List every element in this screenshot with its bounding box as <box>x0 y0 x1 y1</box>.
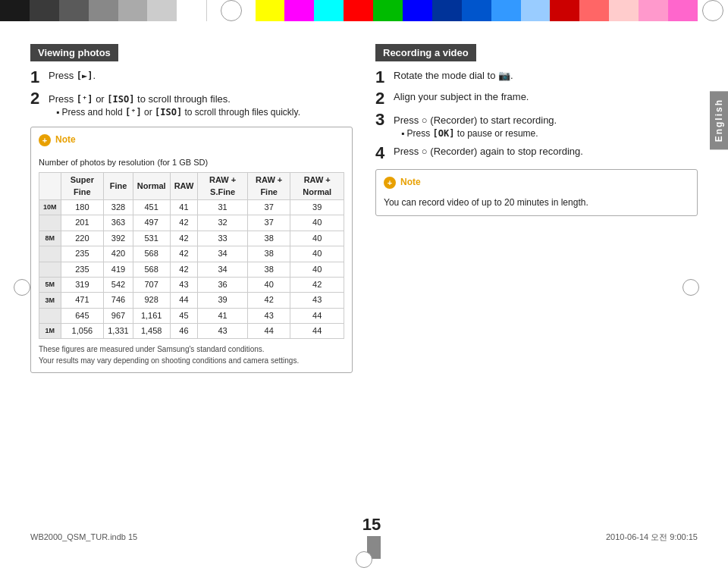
table-data-cell: 1,161 <box>133 308 170 323</box>
swatch-2 <box>30 0 59 21</box>
table-data-cell: 42 <box>170 262 198 277</box>
table-data-cell: 471 <box>61 293 104 308</box>
table-data-cell: 38 <box>247 262 290 277</box>
table-data-cell: 40 <box>290 262 344 277</box>
table-title: Number of photos by resolution (for 1 GB… <box>39 155 344 169</box>
note-icon-left: + <box>39 134 51 146</box>
table-data-cell: 43 <box>170 277 198 292</box>
table-data-cell: 531 <box>133 231 170 246</box>
swatch-4 <box>89 0 118 21</box>
table-data-cell: 34 <box>198 262 248 277</box>
rec-step-4-number: 4 <box>375 145 389 162</box>
table-data-cell: 42 <box>170 231 198 246</box>
step-1: 1 Press [►]. <box>30 69 353 86</box>
main-content: Viewing photos 1 Press [►]. 2 Press [⁺] … <box>0 29 728 388</box>
note-box-right: + Note You can record video of up to 20 … <box>375 169 698 216</box>
rec-step-2: 2 Align your subject in the frame. <box>375 90 698 107</box>
english-tab: English <box>710 91 728 149</box>
table-data-cell: 542 <box>104 277 133 292</box>
col-fine: Fine <box>104 173 133 200</box>
table-data-cell: 38 <box>247 231 290 246</box>
color-bar <box>0 0 728 21</box>
swatch-paleblue <box>521 0 551 21</box>
table-data-cell: 41 <box>170 199 198 215</box>
swatch-pink <box>639 0 668 21</box>
footer-right-text: 2010-06-14 오전 9:00:15 <box>606 532 698 543</box>
rec-step-2-text: Align your subject in the frame. <box>394 89 529 102</box>
swatch-blue <box>403 0 432 21</box>
swatch-magenta <box>284 0 314 21</box>
swatch-darkred <box>550 0 579 21</box>
table-data-cell: 43 <box>247 308 290 323</box>
table-data-cell: 928 <box>133 293 170 308</box>
table-data-cell: 45 <box>170 308 198 323</box>
left-column: Viewing photos 1 Press [►]. 2 Press [⁺] … <box>30 44 353 381</box>
swatch-7 <box>177 0 207 21</box>
table-data-cell: 42 <box>170 215 198 231</box>
page-number: 15 <box>362 515 381 535</box>
table-data-cell: 568 <box>133 246 170 262</box>
swatch-3 <box>59 0 89 21</box>
swatch-6 <box>147 0 177 21</box>
swatch-hotpink <box>668 0 698 21</box>
swatch-green <box>373 0 403 21</box>
table-data-cell: 235 <box>61 262 104 277</box>
table-data-cell: 746 <box>104 293 133 308</box>
table-data-cell: 392 <box>104 231 133 246</box>
table-data-cell: 328 <box>104 199 133 215</box>
step-2-text: Press [⁺] or [ISO] to scroll through fil… <box>49 90 300 106</box>
reg-mark-left <box>14 279 30 296</box>
reg-mark-bottom <box>356 551 372 568</box>
note-title-right: Note <box>400 177 421 187</box>
col-superfine: Super Fine <box>61 173 104 200</box>
table-data-cell: 41 <box>198 308 248 323</box>
table-data-cell: 201 <box>61 215 104 231</box>
note-box-left: + Note Number of photos by resolution (f… <box>30 127 353 373</box>
table-data-cell: 31 <box>198 199 248 215</box>
table-data-cell: 42 <box>247 293 290 308</box>
table-data-cell: 43 <box>198 324 248 339</box>
col-icon <box>39 173 61 200</box>
rec-step-3: 3 Press ○ (Recorder) to start recording.… <box>375 111 698 140</box>
table-data-cell: 33 <box>198 231 248 246</box>
swatch-red <box>344 0 373 21</box>
swatch-ltred <box>579 0 609 21</box>
col-raw-fine: RAW + Fine <box>247 173 290 200</box>
table-icon-cell <box>39 215 61 231</box>
rec-step-3-sub: Press [OK] to pause or resume. <box>401 127 557 140</box>
table-data-cell: 1,056 <box>61 324 104 339</box>
right-column: Recording a video 1 Rotate the mode dial… <box>375 44 698 381</box>
table-data-cell: 40 <box>247 277 290 292</box>
table-icon-cell: 1M <box>39 324 61 339</box>
table-data-cell: 43 <box>290 293 344 308</box>
camera-icon: 📷 <box>498 69 510 83</box>
table-icon-cell <box>39 246 61 262</box>
note-content-left: Number of photos by resolution (for 1 GB… <box>39 155 344 366</box>
col-raw-normal: RAW + Normal <box>290 173 344 200</box>
table-data-cell: 36 <box>198 277 248 292</box>
table-data-cell: 42 <box>290 277 344 292</box>
table-data-cell: 451 <box>133 199 170 215</box>
rec-step-3-text: Press ○ (Recorder) to start recording. <box>394 111 557 127</box>
table-data-cell: 42 <box>170 246 198 262</box>
table-data-cell: 37 <box>247 215 290 231</box>
table-data-cell: 319 <box>61 277 104 292</box>
table-icon-cell: 8M <box>39 231 61 246</box>
step-1-number: 1 <box>30 69 44 86</box>
reg-mark-top-center <box>221 0 242 21</box>
step-2-number: 2 <box>30 90 44 107</box>
table-data-cell: 38 <box>247 246 290 262</box>
table-footnote: These figures are measured under Samsung… <box>39 343 344 366</box>
table-data-cell: 235 <box>61 246 104 262</box>
rec-step-2-number: 2 <box>375 90 389 107</box>
table-data-cell: 1,458 <box>133 324 170 339</box>
swatch-cyan <box>314 0 344 21</box>
table-data-cell: 39 <box>198 293 248 308</box>
swatch-ltblue <box>491 0 521 21</box>
table-data-cell: 44 <box>290 308 344 323</box>
table-data-cell: 37 <box>247 199 290 215</box>
col-raw: RAW <box>170 173 198 200</box>
table-data-cell: 497 <box>133 215 170 231</box>
viewing-photos-header: Viewing photos <box>30 44 118 61</box>
reg-mark-right <box>682 279 699 296</box>
